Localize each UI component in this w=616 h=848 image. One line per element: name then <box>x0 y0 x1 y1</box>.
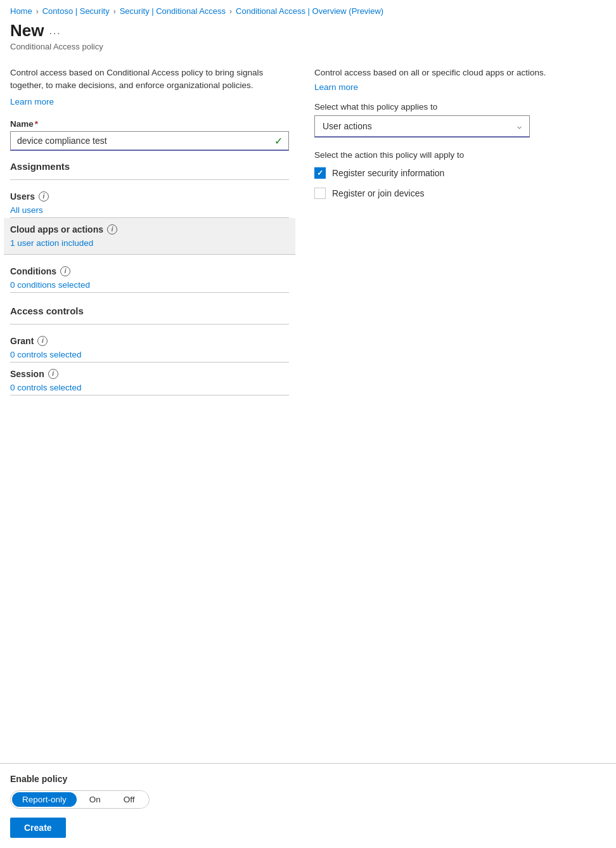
breadcrumb-sep-1: › <box>36 7 39 16</box>
cloud-apps-label: Cloud apps or actions i <box>10 224 289 234</box>
assignments-header: Assignments <box>10 161 289 172</box>
access-controls-header: Access controls <box>10 305 289 316</box>
toggle-off[interactable]: Off <box>112 791 146 808</box>
users-label: Users i <box>10 191 289 202</box>
page-header: New ... Conditional Access policy <box>0 21 616 56</box>
grant-section: Grant i 0 controls selected <box>10 330 289 363</box>
grant-value[interactable]: 0 controls selected <box>10 350 289 359</box>
breadcrumb: Home › Contoso | Security › Security | C… <box>0 0 616 21</box>
conditions-label: Conditions i <box>10 266 289 276</box>
dropdown-arrow-icon: ⌵ <box>517 122 522 131</box>
users-section: Users i All users <box>10 185 289 218</box>
users-info-icon[interactable]: i <box>39 191 49 202</box>
policy-toggle[interactable]: Report-only On Off <box>10 790 150 809</box>
policy-applies-dropdown[interactable]: User actions ⌵ <box>314 115 530 138</box>
select-action-label: Select the action this policy will apply… <box>314 150 606 160</box>
toggle-row: Report-only On Off <box>10 790 606 809</box>
create-button[interactable]: Create <box>10 818 66 838</box>
checkbox-register-security-label: Register security information <box>332 168 444 178</box>
page-title-ellipsis: ... <box>49 25 61 37</box>
page-title-text: New <box>10 21 44 41</box>
assignments-divider <box>10 179 289 180</box>
checkbox-register-security-box[interactable]: ✓ <box>314 167 326 179</box>
name-label: Name* <box>10 119 289 129</box>
page-subtitle: Conditional Access policy <box>10 42 606 51</box>
left-description: Control access based on Conditional Acce… <box>10 67 289 93</box>
name-section: Name* ✓ <box>10 119 289 151</box>
conditions-info-icon[interactable]: i <box>60 266 70 276</box>
left-learn-more-link[interactable]: Learn more <box>10 97 54 106</box>
breadcrumb-security-ca[interactable]: Security | Conditional Access <box>120 6 226 16</box>
cloud-apps-value[interactable]: 1 user action included <box>10 238 289 248</box>
dropdown-value: User actions <box>323 121 372 131</box>
access-controls-divider <box>10 324 289 324</box>
right-description: Control access based on all or specific … <box>314 67 606 79</box>
cloud-apps-section: Cloud apps or actions i 1 user action in… <box>4 218 295 255</box>
users-value[interactable]: All users <box>10 205 289 215</box>
session-label: Session i <box>10 369 289 379</box>
checkbox-register-security[interactable]: ✓ Register security information <box>314 167 606 179</box>
toggle-on[interactable]: On <box>78 791 112 808</box>
main-content: Control access based on Conditional Acce… <box>0 56 616 472</box>
select-applies-label: Select what this policy applies to <box>314 102 606 112</box>
checkbox-register-join-box[interactable] <box>314 188 326 199</box>
session-info-icon[interactable]: i <box>48 369 58 379</box>
conditions-value[interactable]: 0 conditions selected <box>10 280 289 290</box>
toggle-report-only[interactable]: Report-only <box>12 792 77 807</box>
grant-info-icon[interactable]: i <box>37 336 48 346</box>
conditions-section: Conditions i 0 conditions selected <box>10 260 289 293</box>
breadcrumb-sep-3: › <box>229 7 232 16</box>
bottom-bar: Enable policy Report-only On Off Create <box>0 763 616 848</box>
left-panel: Control access based on Conditional Acce… <box>10 67 289 472</box>
cloud-apps-info-icon[interactable]: i <box>107 224 117 234</box>
breadcrumb-sep-2: › <box>113 7 116 16</box>
session-section: Session i 0 controls selected <box>10 363 289 395</box>
breadcrumb-home[interactable]: Home <box>10 6 32 16</box>
breadcrumb-ca-overview[interactable]: Conditional Access | Overview (Preview) <box>236 6 383 16</box>
name-input-wrapper: ✓ <box>10 131 289 151</box>
enable-policy-label: Enable policy <box>10 774 606 784</box>
breadcrumb-contoso[interactable]: Contoso | Security <box>42 6 110 16</box>
checkbox-register-join[interactable]: Register or join devices <box>314 188 606 199</box>
checkbox-check-icon: ✓ <box>317 169 323 177</box>
required-indicator: * <box>35 119 38 129</box>
right-learn-more-link[interactable]: Learn more <box>314 82 358 92</box>
grant-label: Grant i <box>10 336 289 346</box>
checkbox-register-join-label: Register or join devices <box>332 188 425 198</box>
right-panel: Control access based on all or specific … <box>314 67 606 208</box>
name-input[interactable] <box>10 131 289 151</box>
session-value[interactable]: 0 controls selected <box>10 383 289 392</box>
input-valid-icon: ✓ <box>274 135 283 147</box>
